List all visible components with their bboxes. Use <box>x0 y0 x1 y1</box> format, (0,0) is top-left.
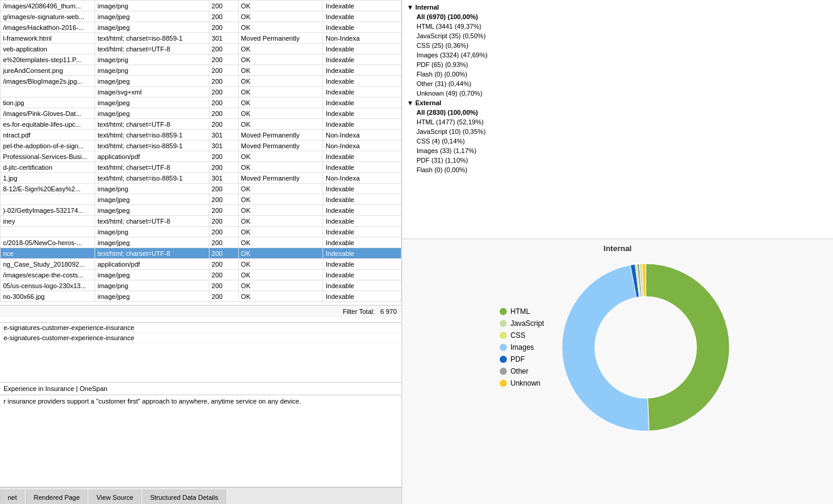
cell-status: OK <box>238 22 323 33</box>
cell-url: )-02/GettyImages-532174... <box>1 205 95 216</box>
table-row[interactable]: /images/42086496_thum...image/png200OKIn… <box>1 1 402 11</box>
tab-rendered-page[interactable]: Rendered Page <box>26 490 87 504</box>
bottom-panel: e-signatures-customer-experience-insuran… <box>0 323 402 504</box>
cell-status: OK <box>238 11 323 22</box>
cell-indexability: Indexable <box>323 280 402 291</box>
tree-section-external[interactable]: ▼ External <box>402 98 833 108</box>
table-row[interactable]: ineytext/html; charset=UTF-8200OKIndexab… <box>1 216 402 227</box>
cell-url: g/images/e-signature-web... <box>1 11 95 22</box>
cell-url: veb-application <box>1 44 95 54</box>
table-row[interactable]: l-framework.htmltext/html; charset=iso-8… <box>1 33 402 44</box>
table-row[interactable]: /images/BlogImage2s.jpg...image/jpeg200O… <box>1 76 402 87</box>
table-row[interactable]: 05/us-census-logo-230x13...image/png200O… <box>1 280 402 291</box>
cell-type: image/jpeg <box>95 270 209 280</box>
table-row[interactable]: ng_Case_Study_2018092...application/pdf2… <box>1 259 402 270</box>
cell-status: OK <box>238 194 323 205</box>
table-row[interactable]: 8-12/E-Sign%20Easy%2...image/png200OKInd… <box>1 184 402 194</box>
table-row[interactable]: image/svg+xml200OKIndexable <box>1 87 402 97</box>
cell-indexability: Non-Indexa <box>323 173 402 184</box>
cell-type: text/html; charset=UTF-8 <box>95 216 209 227</box>
legend-dot <box>500 368 507 375</box>
table-row[interactable]: jureAndConsent.pngimage/png200OKIndexabl… <box>1 65 402 76</box>
url-list-area[interactable]: e-signatures-customer-experience-insuran… <box>0 323 402 383</box>
cell-status: Moved Permanently <box>238 33 323 44</box>
cell-indexability: Indexable <box>323 108 402 119</box>
donut-chart <box>556 258 735 437</box>
legend-item: Images <box>500 343 544 352</box>
cell-code: 200 <box>209 119 238 130</box>
cell-indexability: Indexable <box>323 76 402 87</box>
tree-item-external[interactable]: Images (33) (1,17%) <box>402 146 833 155</box>
cell-status: OK <box>238 119 323 130</box>
tree-item-internal[interactable]: Flash (0) (0,00%) <box>402 69 833 79</box>
cell-indexability: Indexable <box>323 184 402 194</box>
table-row[interactable]: es-for-equitable-lifes-upc...text/html; … <box>1 119 402 130</box>
legend-item: HTML <box>500 307 544 316</box>
table-row[interactable]: /images/Hackathon-2016-...image/jpeg200O… <box>1 22 402 33</box>
tab-net[interactable]: net <box>0 490 25 504</box>
table-row[interactable]: veb-applicationtext/html; charset=UTF-82… <box>1 44 402 54</box>
table-row[interactable]: )-02/GettyImages-532174...image/jpeg200O… <box>1 205 402 216</box>
tree-item-external[interactable]: All (2830) (100,00%) <box>402 108 833 117</box>
table-row[interactable]: image/png200OKIndexable <box>1 227 402 237</box>
cell-type: text/html; charset=iso-8859-1 <box>95 173 209 184</box>
tree-item-external[interactable]: HTML (1477) (52,19%) <box>402 117 833 127</box>
table-scroll[interactable]: /images/42086496_thum...image/png200OKIn… <box>0 0 402 305</box>
tab-structured-data-details[interactable]: Structured Data Details <box>142 490 226 504</box>
cell-type: text/html; charset=UTF-8 <box>95 119 209 130</box>
table-row[interactable]: c/2018-05/NewCo-heros-...image/jpeg200OK… <box>1 237 402 248</box>
tree-item-external[interactable]: CSS (4) (0,14%) <box>402 136 833 146</box>
chart-title: Internal <box>604 244 632 253</box>
legend-label: PDF <box>510 355 525 364</box>
tree-item-external[interactable]: JavaScript (10) (0,35%) <box>402 127 833 136</box>
filter-total-label: Filter Total: <box>343 308 375 315</box>
cell-code: 200 <box>209 184 238 194</box>
tree-item-internal[interactable]: All (6970) (100,00%) <box>402 12 833 22</box>
table-row[interactable]: ntract.pdftext/html; charset=iso-8859-13… <box>1 130 402 140</box>
right-panel: ▼ InternalAll (6970) (100,00%)HTML (3441… <box>402 0 833 504</box>
cell-url <box>1 227 95 237</box>
table-row[interactable]: image/jpeg200OKIndexable <box>1 194 402 205</box>
cell-url: iney <box>1 216 95 227</box>
cell-code: 200 <box>209 194 238 205</box>
cell-status: OK <box>238 205 323 216</box>
tree-item-internal[interactable]: CSS (25) (0,36%) <box>402 41 833 50</box>
legend-dot <box>500 356 507 363</box>
cell-status: OK <box>238 97 323 108</box>
cell-code: 200 <box>209 259 238 270</box>
url-item[interactable]: e-signatures-customer-experience-insuran… <box>0 333 402 343</box>
table-row[interactable]: tion.jpgimage/jpeg200OKIndexable <box>1 97 402 108</box>
cell-type: image/png <box>95 227 209 237</box>
tree-section-internal[interactable]: ▼ Internal <box>402 2 833 12</box>
cell-code: 200 <box>209 151 238 162</box>
table-row[interactable]: /images/Pink-Gloves-Dat...image/jpeg200O… <box>1 108 402 119</box>
cell-code: 200 <box>209 108 238 119</box>
tree-item-external[interactable]: Flash (0) (0,00%) <box>402 165 833 175</box>
table-row[interactable]: pel-the-adoption-of-e-sign...text/html; … <box>1 140 402 151</box>
cell-status: OK <box>238 227 323 237</box>
table-row[interactable]: 1.jpgtext/html; charset=iso-8859-1301Mov… <box>1 173 402 184</box>
cell-code: 200 <box>209 205 238 216</box>
cell-status: OK <box>238 237 323 248</box>
legend-dot <box>500 308 507 315</box>
cell-indexability: Indexable <box>323 194 402 205</box>
table-row[interactable]: e%20templates-step11.P...image/png200OKI… <box>1 54 402 65</box>
tab-view-source[interactable]: View Source <box>89 490 141 504</box>
tree-item-internal[interactable]: Images (3324) (47,69%) <box>402 50 833 60</box>
legend-item: JavaScript <box>500 319 544 328</box>
table-row[interactable]: d-jitc-certificationtext/html; charset=U… <box>1 162 402 173</box>
tree-item-internal[interactable]: HTML (3441 (49,37%) <box>402 22 833 31</box>
tree-item-internal[interactable]: Other (31) (0,44%) <box>402 79 833 88</box>
url-item[interactable]: e-signatures-customer-experience-insuran… <box>0 323 402 333</box>
tree-area[interactable]: ▼ InternalAll (6970) (100,00%)HTML (3441… <box>402 0 833 239</box>
table-row[interactable]: Professional-Services-Busi...application… <box>1 151 402 162</box>
tree-item-internal[interactable]: Unknown (49) (0,70%) <box>402 88 833 98</box>
table-row[interactable]: ncetext/html; charset=UTF-8200OKIndexabl… <box>1 248 402 259</box>
table-row[interactable]: no-300x66.jpgimage/jpeg200OKIndexable <box>1 291 402 302</box>
tree-item-internal[interactable]: JavaScript (35) (0,50%) <box>402 31 833 41</box>
tree-item-external[interactable]: PDF (31) (1,10%) <box>402 155 833 165</box>
cell-code: 200 <box>209 162 238 173</box>
table-row[interactable]: g/images/e-signature-web...image/jpeg200… <box>1 11 402 22</box>
tree-item-internal[interactable]: PDF (65) (0,93%) <box>402 60 833 69</box>
table-row[interactable]: /images/escape-the-costs...image/jpeg200… <box>1 270 402 280</box>
